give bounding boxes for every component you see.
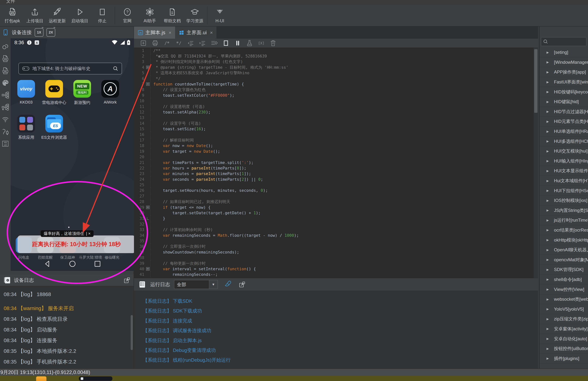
api-tree-item[interactable]: ▶HID节点过滤器[HidN (540, 107, 588, 117)
tab-主脚本.js[interactable]: JS主脚本.js× (134, 26, 175, 39)
vivoy-app-icon[interactable]: vivoy (17, 80, 35, 98)
taskbar-app-icon[interactable] (36, 376, 46, 381)
api-tree-item[interactable]: ▶安卓自动化[auto] (540, 334, 588, 344)
log-filter-select[interactable]: 全部 ▼ (174, 280, 218, 289)
code-line[interactable]: 2 *◉交流 QQ 群 711841924 群一, 苹果内测群, 5288166… (134, 53, 534, 59)
api-tree-item[interactable]: ▶ocr结果类[ocrResul (540, 225, 588, 235)
phone-app-雷电游戏中心[interactable]: 雷电游戏中心 (40, 80, 68, 106)
phone-search-bar[interactable]: 地下城堡4: 骑士与破碎编年史 (19, 63, 122, 74)
toolbar-button-帮助文档[interactable]: 帮助文档 (161, 6, 184, 25)
new-games-app-icon[interactable]: NEW领福利 (73, 80, 91, 98)
toolbar-button-学习资源[interactable]: 学习资源 (184, 6, 206, 25)
code-line[interactable]: 8 // 设置文字颜色为红色 (134, 87, 534, 92)
taskbar-widget[interactable] (79, 376, 112, 381)
toolbar-button-启动项目[interactable]: 启动项目 (68, 6, 91, 25)
code-line[interactable]: 16 (134, 132, 534, 137)
code-line[interactable]: 9 toast.setTextColor("#FF0000"); (134, 92, 534, 98)
api-tree-item[interactable]: ▶插件[plugins] (540, 354, 588, 363)
chevron-down-icon[interactable]: ▼ (209, 280, 218, 289)
api-tree-item[interactable]: ▶[seting] (540, 47, 588, 58)
api-tree-item[interactable]: ▶HUI单选组件[HRadi (540, 127, 588, 137)
api-tree-item[interactable]: ▶HID按键码[keycode (540, 87, 588, 97)
clear-log-brush-icon[interactable] (224, 281, 232, 288)
code-line[interactable]: 27 (134, 193, 534, 199)
fold-toggle[interactable]: − (146, 267, 150, 271)
code-line[interactable]: 4− * @param {string} targetTime - 目标时间, … (134, 64, 534, 70)
code-line[interactable]: 17 // 解析目标时间 (134, 137, 534, 143)
api-tree-item[interactable]: ▶APP操作类[app] (540, 67, 588, 77)
expand-icon[interactable] (124, 277, 130, 284)
code-line[interactable]: 6 */ (134, 76, 534, 81)
system-folder-app-icon[interactable] (17, 115, 35, 132)
api-tree-item[interactable]: ▶HID键鼠[hid] (540, 97, 588, 107)
print-icon[interactable] (152, 40, 159, 47)
phone-app-ES文件浏览器[interactable]: ESES文件浏览器 (40, 115, 68, 140)
trash-icon[interactable] (270, 40, 277, 47)
api-tree-item[interactable]: ▶OpenAI聊天机器人[ (540, 245, 588, 255)
link-icon[interactable] (2, 43, 9, 50)
code-line[interactable]: 18 var now = new Date(); (134, 143, 534, 148)
search-icon[interactable] (113, 66, 118, 71)
phone-app-KKD03[interactable]: vivoyKKD03 (12, 80, 40, 106)
code-line[interactable]: 32 (134, 221, 534, 227)
code-line[interactable]: 22 var hours = parseInt(timeParts[0]); (134, 165, 534, 171)
api-tree-item[interactable]: ▶[WindowManager] (540, 58, 588, 67)
api-tree-item[interactable]: ▶FastUI界面类[windo (540, 77, 588, 87)
api-tree-item[interactable]: ▶shell命令[adb] (540, 275, 588, 285)
toolbar-button-官网[interactable]: ?官网 (116, 6, 139, 25)
code-line[interactable]: 7−function countdownToTime(targetTime) { (134, 81, 534, 87)
pause-white-icon[interactable] (234, 40, 241, 47)
api-tree-item[interactable]: ▶okHttp模块[okHttp] (540, 235, 588, 245)
expand-icon[interactable] (239, 281, 245, 288)
code-line[interactable]: 1/** (134, 48, 534, 53)
code-line[interactable]: 35 (134, 238, 534, 244)
fold-toggle[interactable]: − (146, 65, 150, 69)
indent-icon[interactable] (199, 40, 206, 47)
code-line[interactable]: 31 } (134, 216, 534, 221)
code-line[interactable]: 19 var target = new Date(); (134, 148, 534, 154)
code-line[interactable]: 34 var remainingSeconds = Math.floor((ta… (134, 233, 534, 238)
game-center-app-icon[interactable] (45, 80, 63, 98)
scale-2x-button[interactable]: 2X (46, 28, 55, 37)
api-tree-item[interactable]: ▶Hui文本域组件[HTex (540, 176, 588, 186)
outdent-icon[interactable] (187, 40, 194, 47)
phone-app-新游预约[interactable]: NEW领福利新游预约 (68, 80, 96, 106)
fold-toggle[interactable]: − (146, 206, 150, 209)
flask-icon[interactable] (246, 40, 253, 47)
aiwork-app-icon[interactable]: A (101, 80, 119, 98)
variable-icon[interactable]: [X] (258, 40, 265, 47)
api-tree-item[interactable]: ▶按钮控件[uiButton] (540, 344, 588, 354)
bubble-close-button[interactable]: | × (86, 231, 91, 236)
api-tree-item[interactable]: ▶js运行时[runTime] (540, 215, 588, 225)
api-tree-item[interactable]: ▶zip压缩文件类[zip] (540, 314, 588, 324)
code-line[interactable]: 41 remainingSeconds--; (134, 272, 534, 277)
code-line[interactable]: 20 (134, 154, 534, 160)
usb-icon[interactable] (2, 128, 9, 135)
api-tree-item[interactable]: ▶JS内置String类[Strin (540, 206, 588, 215)
api-tree-item[interactable]: ▶HUI输入组件[HInpu (540, 156, 588, 166)
phone-app-AiWork[interactable]: AAiWork (96, 80, 124, 106)
code-line[interactable]: 12 toast.setAlpha(230); (134, 109, 534, 115)
comment-close-icon[interactable]: */ (175, 40, 182, 47)
recents-button[interactable] (93, 260, 102, 268)
device-log-scrollbar[interactable] (131, 315, 133, 350)
api-tree-item[interactable]: ▶HUI交互模块[hui] (540, 146, 588, 156)
api-search-input[interactable] (541, 37, 586, 46)
api-tree-item[interactable]: ▶websocket类[webso (540, 295, 588, 304)
api-tree-item[interactable]: ▶opencvMat对象[Ma (540, 255, 588, 265)
code-line[interactable]: 28 // 如果目标时间已过, 则推迟到明天 (134, 199, 534, 205)
comment-open-icon[interactable]: /* (164, 40, 170, 47)
home-button[interactable] (68, 260, 77, 268)
fold-toggle[interactable]: − (146, 82, 150, 86)
phone-mirror[interactable]: 8:36 A (11, 38, 134, 271)
toolbar-button-打包apk[interactable]: APK打包apk (1, 6, 23, 25)
code-line[interactable]: 14 // 设置字号 (可选) (134, 121, 534, 126)
add-icon[interactable] (140, 40, 147, 47)
code-line[interactable]: 30 target.setDate(target.getDate() + 1); (134, 210, 534, 215)
code-line[interactable]: 13 (134, 115, 534, 121)
api-tree-item[interactable]: ▶安卓窗体[activity] (540, 324, 588, 334)
toolbar-button-停止[interactable]: 停止 (91, 6, 113, 25)
node-tree-icon[interactable] (2, 104, 9, 111)
tab-主界面.ui[interactable]: 主界面.ui× (175, 26, 216, 39)
format-icon[interactable] (211, 40, 218, 47)
